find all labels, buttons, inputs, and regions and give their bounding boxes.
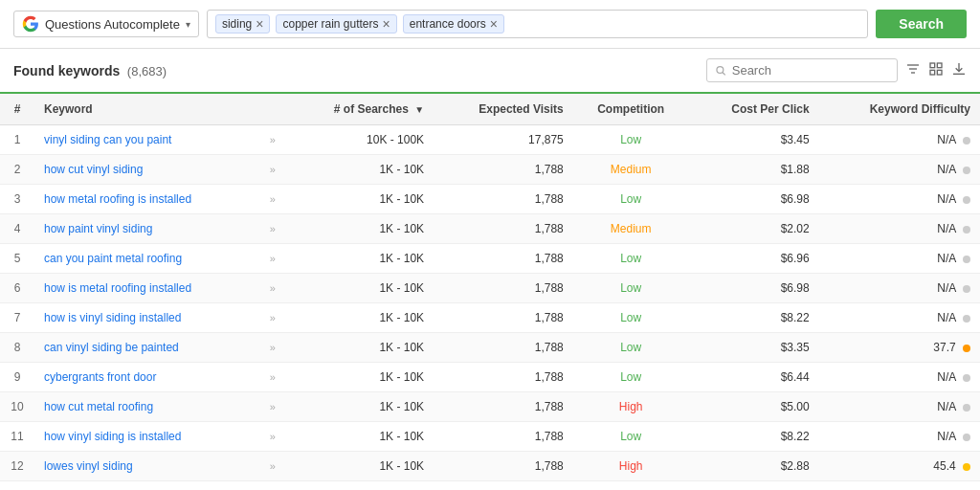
cell-num: 10 [0,392,34,422]
cell-searches: 1K - 10K [287,244,434,274]
cell-cpc: $8.22 [689,422,819,452]
cell-arrow[interactable]: » [258,214,287,244]
cell-arrow[interactable]: » [258,155,287,185]
cell-searches: 1K - 10K [287,333,434,363]
table-row: 2 how cut vinyl siding » 1K - 10K 1,788 … [0,155,980,185]
cell-keyword[interactable]: cybergrants front door [34,363,258,392]
download-icon[interactable] [951,61,967,80]
tag-copper: copper rain gutters × [276,14,396,33]
cell-keyword[interactable]: type of wood siding [34,481,258,491]
cell-competition: Low [573,185,689,214]
toolbar: Found keywords (8,683) [0,49,980,92]
col-header-visits: Expected Visits [434,94,573,125]
tag-siding-close[interactable]: × [256,17,263,31]
cell-keyword[interactable]: how vinyl siding is installed [34,422,258,452]
col-header-num: # [0,94,34,125]
cell-difficulty: N/A [819,422,980,452]
cell-competition: Low [573,363,689,392]
tool-label: Questions Autocomplete [45,17,180,32]
cell-num: 8 [0,333,34,363]
grid-icon[interactable] [928,61,944,80]
cell-keyword[interactable]: can vinyl siding be painted [34,333,258,363]
keywords-table-wrapper: # Keyword # of Searches ▼ Expected Visit… [0,92,980,490]
cell-difficulty: N/A [819,214,980,244]
chevron-down-icon: ▾ [186,19,190,30]
table-row: 5 can you paint metal roofing » 1K - 10K… [0,244,980,274]
cell-keyword[interactable]: how paint vinyl siding [34,214,258,244]
col-header-searches[interactable]: # of Searches ▼ [287,94,434,125]
cell-arrow[interactable]: » [258,274,287,303]
difficulty-dot [963,256,970,263]
tag-siding-text: siding [222,17,252,31]
cell-arrow[interactable]: » [258,452,287,481]
difficulty-dot [963,167,970,174]
cell-difficulty: N/A [819,363,980,392]
filter-icon[interactable] [905,61,921,80]
table-row: 1 vinyl siding can you paint » 10K - 100… [0,125,980,155]
cell-keyword[interactable]: how is metal roofing installed [34,274,258,303]
cell-searches: 10K - 100K [287,125,434,155]
cell-cpc: $6.96 [689,244,819,274]
table-row: 8 can vinyl siding be painted » 1K - 10K… [0,333,980,363]
cell-searches: 1K - 10K [287,185,434,214]
cell-visits: 1,788 [434,155,573,185]
table-row: 13 type of wood siding » 1K - 10K 1,788 … [0,481,980,491]
cell-visits: 1,788 [434,185,573,214]
cell-competition: Low [573,303,689,333]
tag-doors-close[interactable]: × [490,17,498,31]
cell-difficulty: 37.7 [819,333,980,363]
cell-keyword[interactable]: how cut vinyl siding [34,155,258,185]
cell-arrow[interactable]: » [258,481,287,491]
cell-cpc: $6.44 [689,363,819,392]
sort-arrow-icon: ▼ [414,104,424,115]
cell-arrow[interactable]: » [258,185,287,214]
tag-siding: siding × [215,14,271,33]
keyword-search-input[interactable] [732,63,889,78]
cell-visits: 1,788 [434,333,573,363]
difficulty-dot [963,285,970,293]
cell-arrow[interactable]: » [258,333,287,363]
col-header-arrow [258,94,287,125]
cell-num: 1 [0,125,34,155]
cell-searches: 1K - 10K [287,481,434,491]
table-row: 9 cybergrants front door » 1K - 10K 1,78… [0,363,980,392]
cell-keyword[interactable]: how is vinyl siding installed [34,303,258,333]
cell-searches: 1K - 10K [287,303,434,333]
table-row: 4 how paint vinyl siding » 1K - 10K 1,78… [0,214,980,244]
tag-doors: entrance doors × [403,14,504,33]
cell-arrow[interactable]: » [258,422,287,452]
table-body: 1 vinyl siding can you paint » 10K - 100… [0,125,980,491]
cell-arrow[interactable]: » [258,244,287,274]
tag-copper-close[interactable]: × [383,17,390,31]
cell-difficulty: N/A [819,274,980,303]
svg-rect-8 [937,70,942,75]
cell-keyword[interactable]: how cut metal roofing [34,392,258,422]
toolbar-right [706,58,967,82]
search-button[interactable]: Search [876,10,967,38]
difficulty-dot [963,374,970,382]
cell-competition: High [573,481,689,491]
svg-rect-6 [937,63,942,68]
cell-difficulty: N/A [819,303,980,333]
tool-selector[interactable]: Questions Autocomplete ▾ [13,11,199,37]
cell-keyword[interactable]: can you paint metal roofing [34,244,258,274]
cell-num: 6 [0,274,34,303]
cell-difficulty: N/A [819,481,980,491]
cell-searches: 1K - 10K [287,155,434,185]
cell-competition: Medium [573,214,689,244]
cell-competition: High [573,392,689,422]
cell-cpc: $3.53 [689,481,819,491]
cell-visits: 1,788 [434,392,573,422]
cell-keyword[interactable]: vinyl siding can you paint [34,125,258,155]
table-row: 3 how metal roofing is installed » 1K - … [0,185,980,214]
cell-visits: 1,788 [434,303,573,333]
cell-arrow[interactable]: » [258,303,287,333]
cell-arrow[interactable]: » [258,363,287,392]
cell-num: 3 [0,185,34,214]
cell-arrow[interactable]: » [258,125,287,155]
cell-arrow[interactable]: » [258,392,287,422]
cell-visits: 1,788 [434,481,573,491]
cell-keyword[interactable]: how metal roofing is installed [34,185,258,214]
cell-keyword[interactable]: lowes vinyl siding [34,452,258,481]
keyword-search-box[interactable] [706,58,898,82]
